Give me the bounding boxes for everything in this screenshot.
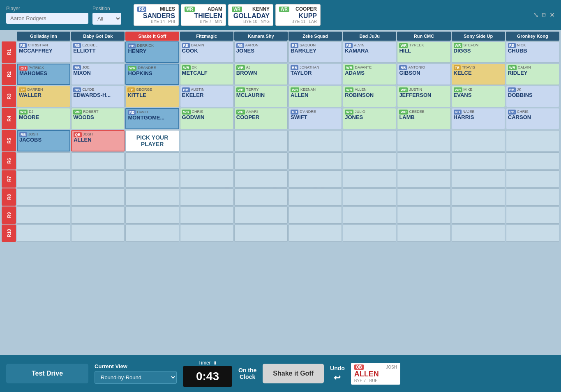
- featured-player-card[interactable]: WR KENNY GOLLADAY BYE 10 NYG: [228, 4, 273, 26]
- player-cell[interactable]: RB ANTONIO GIBSON: [397, 64, 450, 85]
- empty-cell[interactable]: [71, 152, 125, 170]
- player-cell[interactable]: WR TYREEK HILL: [397, 41, 450, 63]
- player-cell[interactable]: [343, 130, 396, 151]
- player-cell[interactable]: QB PATRICK MAHOMES: [17, 64, 70, 85]
- player-cell[interactable]: [180, 130, 233, 151]
- player-cell[interactable]: RB JOSH JACOBS: [17, 130, 70, 151]
- player-cell[interactable]: WR DEANDRE HOPKINS: [125, 64, 179, 85]
- empty-cell[interactable]: [71, 206, 125, 224]
- empty-cell[interactable]: [180, 225, 233, 242]
- player-cell[interactable]: RB D'ANDRE SWIFT: [289, 108, 342, 129]
- player-cell[interactable]: WR JULIO JONES: [343, 108, 396, 129]
- player-cell[interactable]: RB CLYDE EDWARDS-H...: [71, 86, 125, 107]
- empty-cell[interactable]: [180, 206, 233, 224]
- player-cell[interactable]: RB JOE MIXON: [71, 64, 125, 85]
- player-cell[interactable]: TE DARREN WALLER: [17, 86, 70, 107]
- empty-cell[interactable]: [180, 152, 233, 170]
- player-cell[interactable]: RB DALVIN COOK: [180, 41, 233, 63]
- empty-cell[interactable]: [17, 170, 70, 188]
- empty-cell[interactable]: [343, 225, 396, 242]
- featured-player-card[interactable]: WR COOPER KUPP BYE 11 LAR: [275, 4, 321, 26]
- player-cell[interactable]: RB AARON JONES: [234, 41, 288, 63]
- player-cell[interactable]: RB JONATHAN TAYLOR: [289, 64, 342, 85]
- empty-cell[interactable]: [452, 206, 505, 224]
- empty-cell[interactable]: [397, 170, 450, 188]
- player-cell[interactable]: [452, 130, 505, 151]
- team-header[interactable]: Bad JuJu: [343, 32, 396, 41]
- empty-cell[interactable]: [125, 225, 179, 242]
- empty-cell[interactable]: [125, 206, 179, 224]
- empty-cell[interactable]: [234, 225, 288, 242]
- minimize-button[interactable]: ⤡: [533, 11, 538, 19]
- player-cell[interactable]: [234, 130, 288, 151]
- empty-cell[interactable]: [289, 188, 342, 206]
- empty-cell[interactable]: [506, 152, 559, 170]
- test-drive-button[interactable]: Test Drive: [6, 364, 88, 383]
- empty-cell[interactable]: [180, 170, 233, 188]
- player-cell[interactable]: WR JUSTIN JEFFERSON: [397, 86, 450, 107]
- player-cell[interactable]: [506, 130, 559, 151]
- empty-cell[interactable]: [125, 152, 179, 170]
- player-cell[interactable]: RB CHRIS CARSON: [506, 108, 559, 129]
- player-cell[interactable]: RB CHRISTIAN MCCAFFREY: [17, 41, 70, 63]
- featured-player-card[interactable]: WR ADAM THIELEN BYE 7 MIN: [181, 4, 226, 26]
- player-cell[interactable]: TE TRAVIS KELCE: [452, 64, 505, 85]
- player-cell[interactable]: RB DERRICK HENRY: [125, 41, 179, 63]
- player-cell[interactable]: RB SAQUON BARKLEY: [289, 41, 342, 63]
- empty-cell[interactable]: [71, 188, 125, 206]
- player-input[interactable]: [6, 13, 88, 24]
- empty-cell[interactable]: [289, 225, 342, 242]
- empty-cell[interactable]: [234, 206, 288, 224]
- empty-cell[interactable]: [343, 170, 396, 188]
- empty-cell[interactable]: [125, 188, 179, 206]
- undo-icon[interactable]: ↩: [334, 373, 341, 383]
- empty-cell[interactable]: [343, 152, 396, 170]
- close-button[interactable]: ✕: [549, 11, 555, 19]
- empty-cell[interactable]: [71, 170, 125, 188]
- player-cell[interactable]: RB NICK CHUBB: [506, 41, 559, 63]
- restore-button[interactable]: ⧉: [542, 11, 546, 19]
- empty-cell[interactable]: [71, 225, 125, 242]
- team-header[interactable]: Shake it Goff: [125, 32, 179, 41]
- current-view-select[interactable]: Round-by-Round By Team Snake Draft: [95, 371, 177, 384]
- player-cell[interactable]: RB DAVID MONTGOME...: [125, 108, 179, 129]
- player-cell[interactable]: WR ALLEN ROBINSON: [343, 86, 396, 107]
- empty-cell[interactable]: [452, 170, 505, 188]
- team-header[interactable]: Kamara Shy: [234, 32, 288, 41]
- empty-cell[interactable]: [289, 152, 342, 170]
- player-cell[interactable]: WR STEFON DIGGS: [452, 41, 505, 63]
- player-cell[interactable]: WR AJ BROWN: [234, 64, 288, 85]
- player-cell[interactable]: WR CALVIN RIDLEY: [506, 64, 559, 85]
- empty-cell[interactable]: [397, 206, 450, 224]
- player-cell[interactable]: WR AMARI COOPER: [234, 108, 288, 129]
- empty-cell[interactable]: [234, 188, 288, 206]
- empty-cell[interactable]: [17, 206, 70, 224]
- player-cell[interactable]: WR CEEDEE LAMB: [397, 108, 450, 129]
- empty-cell[interactable]: [343, 206, 396, 224]
- team-header[interactable]: Zeke Squad: [289, 32, 342, 41]
- empty-cell[interactable]: [397, 225, 450, 242]
- empty-cell[interactable]: [17, 225, 70, 242]
- empty-cell[interactable]: [506, 170, 559, 188]
- team-header[interactable]: Baby Got Dak: [71, 32, 125, 41]
- empty-cell[interactable]: [125, 170, 179, 188]
- team-header[interactable]: Sony Side Up: [452, 32, 505, 41]
- empty-cell[interactable]: [180, 188, 233, 206]
- player-cell[interactable]: TE GEORGE KITTLE: [125, 86, 179, 107]
- team-header[interactable]: Gronkey Kong: [506, 32, 559, 41]
- player-cell[interactable]: [289, 130, 342, 151]
- team-header[interactable]: Golladay Inn: [17, 32, 70, 41]
- empty-cell[interactable]: [506, 188, 559, 206]
- player-cell[interactable]: WR KEENAN ALLEN: [289, 86, 342, 107]
- empty-cell[interactable]: [397, 152, 450, 170]
- empty-cell[interactable]: [289, 206, 342, 224]
- timer-pause-icon[interactable]: ⏸: [212, 360, 217, 365]
- player-cell[interactable]: WR DAVANTE ADAMS: [343, 64, 396, 85]
- player-cell[interactable]: WR DK METCALF: [180, 64, 233, 85]
- player-cell[interactable]: WR DJ MOORE: [17, 108, 70, 129]
- player-cell[interactable]: RB JK DOBBINS: [506, 86, 559, 107]
- empty-cell[interactable]: [452, 188, 505, 206]
- team-header[interactable]: Fitzmagic: [180, 32, 233, 41]
- player-cell[interactable]: RB NAJEE HARRIS: [452, 108, 505, 129]
- empty-cell[interactable]: [343, 188, 396, 206]
